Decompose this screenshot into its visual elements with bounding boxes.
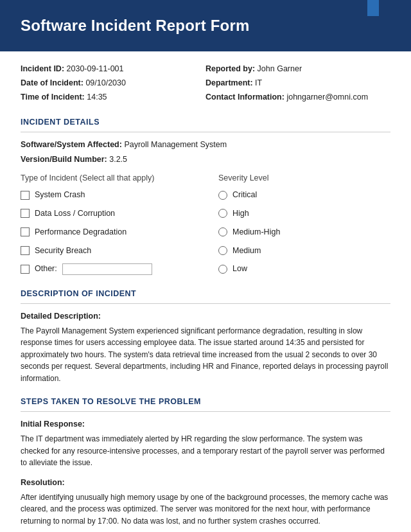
software-label: Software/System Affected: (21, 140, 122, 149)
severity-medium-high[interactable]: Medium-High (218, 226, 390, 238)
time-value: 14:35 (87, 93, 107, 102)
version-label: Version/Build Number: (21, 155, 107, 164)
type-label-performance-degradation: Performance Degradation (35, 226, 127, 238)
description-text: The Payroll Management System experience… (21, 325, 390, 385)
other-input[interactable] (62, 263, 152, 275)
department-label: Department: (206, 78, 253, 87)
time-row: Time of Incident: 14:35 (21, 91, 206, 103)
date-value: 09/10/2030 (85, 78, 126, 87)
type-system-crash[interactable]: System Crash (21, 189, 193, 201)
description-header: DESCRIPTION OF INCIDENT (0, 288, 411, 304)
severity-label-medium: Medium (232, 245, 261, 257)
version-row: Version/Build Number: 3.2.5 (21, 154, 390, 166)
type-security-breach[interactable]: Security Breach (21, 245, 193, 257)
radio-low[interactable] (218, 265, 227, 274)
incident-details-title: INCIDENT DETAILS (21, 116, 390, 132)
page-title: Software Incident Report Form (21, 14, 390, 37)
type-label-security-breach: Security Breach (35, 245, 91, 257)
reported-by-value: John Garner (258, 64, 302, 73)
type-label-system-crash: System Crash (35, 189, 85, 201)
severity-medium[interactable]: Medium (218, 245, 390, 257)
contact-value: johngarner@omni.com (286, 93, 368, 102)
department-value: IT (255, 78, 262, 87)
type-label-data-loss: Data Loss / Corruption (35, 208, 115, 220)
resolution-subsection: Resolution: After identifying unusually … (21, 477, 390, 528)
severity-label-critical: Critical (232, 189, 257, 201)
severity-label-medium-high: Medium-High (232, 226, 280, 238)
severity-col: Severity Level Critical High Medium-High… (218, 172, 390, 282)
date-row: Date of Incident: 09/10/2030 (21, 77, 206, 89)
type-other: Other: (21, 263, 193, 275)
resolution-text: After identifying unusually high memory … (21, 492, 390, 528)
checkbox-security-breach[interactable] (21, 246, 30, 255)
reported-by-label: Reported by: (206, 64, 255, 73)
incident-id-value: 2030-09-11-001 (67, 64, 124, 73)
reported-by-row: Reported by: John Garner (206, 63, 390, 75)
checkbox-performance-degradation[interactable] (21, 227, 30, 236)
description-title: DESCRIPTION OF INCIDENT (21, 288, 390, 304)
contact-label: Contact Information: (206, 93, 284, 102)
type-data-loss[interactable]: Data Loss / Corruption (21, 208, 193, 220)
type-severity-grid: Type of Incident (Select all that apply)… (0, 172, 411, 282)
radio-critical[interactable] (218, 191, 227, 200)
meta-section: Incident ID: 2030-09-11-001 Date of Inci… (0, 63, 411, 105)
severity-col-header: Severity Level (218, 172, 390, 184)
time-label: Time of Incident: (21, 93, 85, 102)
type-performance-degradation[interactable]: Performance Degradation (21, 226, 193, 238)
severity-high[interactable]: High (218, 208, 390, 220)
radio-high[interactable] (218, 209, 227, 218)
steps-header: STEPS TAKEN TO RESOLVE THE PROBLEM (0, 396, 411, 412)
header: Software Incident Report Form (0, 0, 411, 51)
incident-id-row: Incident ID: 2030-09-11-001 (21, 63, 206, 75)
severity-low[interactable]: Low (218, 263, 390, 275)
checkbox-data-loss[interactable] (21, 209, 30, 218)
description-section: Detailed Description: The Payroll Manage… (0, 310, 411, 385)
steps-title: STEPS TAKEN TO RESOLVE THE PROBLEM (21, 396, 390, 412)
description-subsection-title: Detailed Description: (21, 310, 390, 323)
radio-medium-high[interactable] (218, 227, 227, 236)
severity-critical[interactable]: Critical (218, 189, 390, 201)
software-row: Software/System Affected: Payroll Manage… (21, 139, 390, 151)
incident-details-header: INCIDENT DETAILS (0, 116, 411, 132)
type-col: Type of Incident (Select all that apply)… (21, 172, 193, 282)
initial-response-text: The IT department was immediately alerte… (21, 433, 390, 469)
resolution-title: Resolution: (21, 477, 390, 489)
page: Software Incident Report Form Incident I… (0, 0, 411, 532)
initial-response-subsection: Initial Response: The IT department was … (21, 418, 390, 469)
other-label: Other: (35, 263, 57, 275)
meta-right: Reported by: John Garner Department: IT … (206, 63, 390, 105)
checkbox-system-crash[interactable] (21, 191, 30, 200)
incident-id-label: Incident ID: (21, 64, 64, 73)
steps-section: Initial Response: The IT department was … (0, 418, 411, 527)
checkbox-other[interactable] (21, 265, 30, 274)
incident-details-body: Software/System Affected: Payroll Manage… (0, 139, 411, 166)
version-value: 3.2.5 (109, 155, 127, 164)
type-col-header: Type of Incident (Select all that apply) (21, 172, 193, 184)
corner-decoration (379, 0, 411, 32)
meta-left: Incident ID: 2030-09-11-001 Date of Inci… (21, 63, 206, 105)
date-label: Date of Incident: (21, 78, 83, 87)
initial-response-title: Initial Response: (21, 418, 390, 430)
contact-row: Contact Information: johngarner@omni.com (206, 91, 390, 103)
severity-label-high: High (232, 208, 249, 220)
department-row: Department: IT (206, 77, 390, 89)
software-value: Payroll Management System (124, 140, 227, 149)
severity-label-low: Low (232, 263, 247, 275)
radio-medium[interactable] (218, 246, 227, 255)
